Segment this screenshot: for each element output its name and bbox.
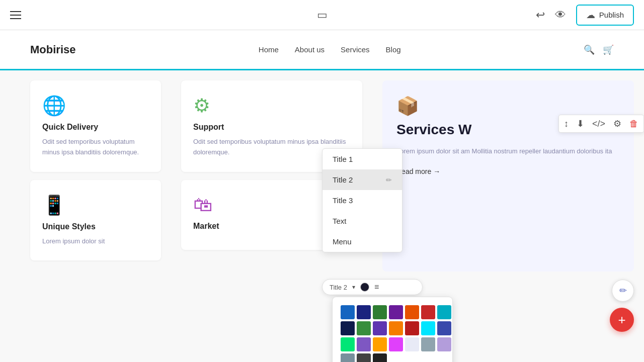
color-swatch[interactable]: [341, 353, 355, 362]
color-swatch[interactable]: [373, 321, 387, 335]
color-swatch[interactable]: [373, 305, 387, 319]
phone-preview-icon[interactable]: ▭: [317, 9, 328, 21]
color-grid: [341, 305, 444, 362]
color-swatch[interactable]: [357, 353, 371, 362]
block-toolbar: ↕ ⬇ </> ⚙ 🗑: [558, 115, 644, 133]
top-bar-center: ▭: [317, 9, 328, 22]
card-text-3: Lorem ipsum dolor sit: [42, 236, 149, 247]
read-more-link[interactable]: Read more →: [396, 167, 440, 175]
dropdown-label-2: Title 2: [333, 175, 353, 184]
nav-home[interactable]: Home: [259, 45, 279, 54]
nav-right-icons: 🔍 🛒: [584, 44, 614, 55]
box-icon: 📦: [396, 96, 620, 117]
color-swatch[interactable]: [357, 337, 371, 351]
download-icon[interactable]: ⬇: [577, 118, 584, 129]
content-area: 🌐 Quick Delivery Odit sed temporibus vol…: [0, 70, 644, 362]
card-text-1: Odit sed temporibus voluptatum minus ips…: [42, 137, 149, 158]
color-swatch[interactable]: [405, 305, 419, 319]
delete-icon[interactable]: 🗑: [629, 119, 638, 129]
align-icon[interactable]: ≡: [374, 283, 379, 292]
fab-edit-button[interactable]: ✏: [612, 280, 634, 302]
color-picker-dot[interactable]: [360, 283, 369, 292]
globe-icon: 🌐: [42, 95, 149, 117]
color-swatch[interactable]: [389, 337, 403, 351]
color-swatch[interactable]: [437, 321, 451, 335]
settings-icon[interactable]: ⚙: [613, 118, 621, 129]
screen-icon: 📱: [42, 194, 149, 216]
dropdown-item-title1[interactable]: Title 1: [323, 149, 402, 169]
color-swatch[interactable]: [357, 321, 371, 335]
color-swatch[interactable]: [421, 305, 435, 319]
website-navbar: Mobirise Home About us Services Blog 🔍 🛒: [0, 30, 644, 70]
color-swatch[interactable]: [341, 337, 355, 351]
menu-icon[interactable]: [10, 11, 21, 19]
publish-label: Publish: [599, 11, 624, 19]
fab-add-button[interactable]: +: [610, 308, 634, 332]
top-toolbar: ▭ ↩ 👁 ☁ Publish: [0, 0, 644, 30]
nav-services[interactable]: Services: [341, 45, 370, 54]
cards-column: 🌐 Quick Delivery Odit sed temporibus vol…: [0, 70, 171, 362]
preview-icon[interactable]: 👁: [555, 9, 566, 22]
nav-about[interactable]: About us: [295, 45, 325, 54]
color-swatch[interactable]: [405, 337, 419, 351]
dropdown-menu: Title 1 Title 2 ✏ Title 3 Text Menu: [322, 148, 403, 252]
chevron-down-icon[interactable]: ▾: [352, 284, 355, 291]
dropdown-item-title3[interactable]: Title 3: [323, 190, 402, 211]
move-icon[interactable]: ↕: [564, 119, 569, 129]
dropdown-item-text[interactable]: Text: [323, 211, 402, 231]
cart-icon[interactable]: 🛒: [603, 44, 614, 55]
cloud-upload-icon: ☁: [586, 10, 595, 21]
color-swatch[interactable]: [437, 337, 451, 351]
services-text: Lorem ipsum dolor sit am Mollitia nostru…: [396, 146, 620, 157]
top-bar-right: ↩ 👁 ☁ Publish: [536, 5, 634, 26]
undo-icon[interactable]: ↩: [536, 9, 545, 22]
color-swatch[interactable]: [341, 321, 355, 335]
dropdown-item-menu[interactable]: Menu: [323, 231, 402, 252]
search-icon[interactable]: 🔍: [584, 44, 595, 55]
format-bar: Title 2 ▾ ≡: [322, 279, 423, 295]
color-swatch[interactable]: [341, 305, 355, 319]
color-swatch[interactable]: [373, 337, 387, 351]
services-card: 📦 Services W Lorem ipsum dolor sit am Mo…: [382, 80, 634, 272]
color-picker-panel: More >: [332, 297, 453, 362]
color-swatch[interactable]: [437, 305, 451, 319]
format-label[interactable]: Title 2: [330, 284, 347, 291]
site-logo: Mobirise: [30, 43, 75, 56]
card-title-1: Quick Delivery: [42, 123, 149, 132]
dropdown-item-title2[interactable]: Title 2 ✏: [323, 169, 402, 190]
dropdown-label-text: Text: [333, 217, 347, 225]
card-title-2: Support: [193, 123, 350, 132]
nav-links: Home About us Services Blog: [259, 45, 401, 54]
color-swatch[interactable]: [421, 337, 435, 351]
dropdown-label-3: Title 3: [333, 196, 353, 205]
color-swatch[interactable]: [389, 321, 403, 335]
card-quick-delivery: 🌐 Quick Delivery Odit sed temporibus vol…: [30, 80, 161, 172]
plus-icon: +: [618, 312, 625, 328]
dropdown-label-1: Title 1: [333, 155, 353, 163]
color-swatch[interactable]: [373, 353, 387, 362]
color-swatch[interactable]: [357, 305, 371, 319]
edit-icon: ✏: [386, 176, 392, 184]
color-swatch[interactable]: [405, 321, 419, 335]
nav-blog[interactable]: Blog: [386, 45, 401, 54]
color-swatch[interactable]: [421, 321, 435, 335]
pencil-icon: ✏: [619, 285, 627, 296]
dropdown-label-menu: Menu: [333, 237, 352, 246]
color-swatch[interactable]: [389, 305, 403, 319]
top-bar-left: [10, 11, 21, 19]
publish-button[interactable]: ☁ Publish: [576, 5, 634, 26]
card-title-3: Unique Styles: [42, 222, 149, 231]
gear-icon: ⚙: [193, 95, 350, 117]
card-unique-styles: 📱 Unique Styles Lorem ipsum dolor sit: [30, 180, 161, 261]
code-icon[interactable]: </>: [592, 119, 605, 129]
